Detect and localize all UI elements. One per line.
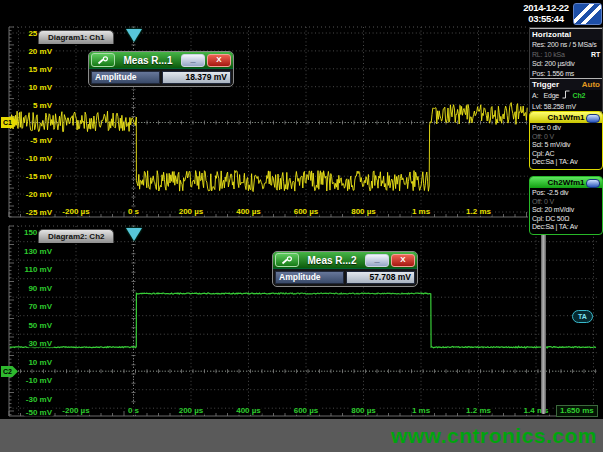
- close-button[interactable]: X: [207, 54, 231, 67]
- waveform-visible-icon[interactable]: [586, 179, 600, 188]
- axis-label: 110 mV: [22, 265, 54, 274]
- axis-label: 1 ms: [410, 207, 432, 216]
- axis-label: 1.2 ms: [464, 207, 493, 216]
- axis-label: -20 mV: [24, 190, 54, 199]
- measurement-parameter: Amplitude: [275, 271, 344, 284]
- settings-sidebar: Horizontal Res: 200 ns / 5 MSa/s RT RL: …: [529, 27, 603, 112]
- ch2-position: Pos: -2.5 div: [532, 189, 600, 198]
- diagram-splitter[interactable]: [541, 228, 546, 414]
- axis-label: -10 mV: [24, 376, 54, 385]
- trigger-position-marker-icon[interactable]: [126, 228, 142, 241]
- measurement-popup-2: Meas R...2 _ X Amplitude 57.708 mV: [272, 251, 418, 287]
- horizontal-resolution: Res: 200 ns / 5 MSa/s: [530, 40, 602, 50]
- wrench-icon[interactable]: [275, 253, 299, 267]
- axis-label: 5 mV: [31, 100, 54, 109]
- axis-label: 10 mV: [26, 357, 54, 366]
- measurement-popup-1: Meas R...1 _ X Amplitude 18.379 mV: [88, 51, 234, 87]
- measurement-parameter: Amplitude: [91, 71, 160, 84]
- axis-label: 130 mV: [22, 246, 54, 255]
- axis-label: 70 mV: [26, 302, 54, 311]
- axis-label: 30 mV: [26, 339, 54, 348]
- ch1-coupling: Cpl: AC: [532, 150, 600, 159]
- horizontal-scale: Scl: 200 µs/div: [530, 59, 602, 69]
- waveform-visible-icon[interactable]: [586, 114, 600, 123]
- axis-label: -200 µs: [60, 207, 91, 216]
- axis-label: 20 mV: [26, 46, 54, 55]
- minimize-button[interactable]: _: [365, 254, 389, 267]
- ch2-decimation: Dec:Sa | TA: Av: [532, 223, 600, 232]
- axis-label: 400 µs: [234, 406, 263, 415]
- axis-label: 800 µs: [349, 207, 378, 216]
- ch1-position: Pos: 0 div: [532, 124, 600, 133]
- measurement-popup-title: Meas R...2: [301, 255, 363, 266]
- axis-label: 0 s: [126, 406, 141, 415]
- horizontal-title: Horizontal: [532, 30, 571, 39]
- axis-label: -10 mV: [24, 154, 54, 163]
- close-button[interactable]: X: [391, 254, 415, 267]
- tab-diagram1[interactable]: Diagram1: Ch1: [38, 30, 114, 44]
- axis-label: 0 s: [126, 207, 141, 216]
- oscilloscope-screen: Diagram1: Ch1 Diagram2: Ch2 C1 C2 TA 1.6…: [0, 0, 603, 452]
- measurement-value: 57.708 mV: [346, 271, 415, 284]
- axis-label: 800 µs: [349, 406, 378, 415]
- ch2-scale: Scl: 20 mV/div: [532, 206, 600, 215]
- datetime-display: 2014-12-22 03:55:44: [521, 2, 571, 24]
- ch2-trace: [10, 293, 596, 348]
- axis-label: 400 µs: [234, 207, 263, 216]
- horizontal-section-header[interactable]: Horizontal: [530, 28, 602, 40]
- axis-label: -15 mV: [24, 172, 54, 181]
- axis-label: 1 ms: [410, 406, 432, 415]
- trigger-mode: Auto: [582, 80, 600, 89]
- horizontal-record-length: RT RL: 10 kSa: [530, 50, 602, 60]
- axis-label: 1.2 ms: [464, 406, 493, 415]
- measurement-popup-titlebar[interactable]: Meas R...1 _ X: [89, 52, 233, 69]
- tab-diagram2[interactable]: Diagram2: Ch2: [38, 229, 114, 243]
- ch2-coupling: Cpl: DC 50Ω: [532, 215, 600, 224]
- axis-label: 1.4 ms: [522, 406, 551, 415]
- acquisition-end-time-label: 1.650 ms: [556, 405, 598, 417]
- ch2-waveform-dialog-header[interactable]: Ch2Wfm1: [530, 177, 602, 188]
- trigger-level-row: Lvl: 58.258 mV: [530, 102, 602, 112]
- axis-label: 200 µs: [177, 406, 206, 415]
- axis-label: 90 mV: [26, 283, 54, 292]
- time-label: 03:55:44: [521, 13, 571, 24]
- measurement-popup-title: Meas R...1: [117, 55, 179, 66]
- axis-label: 200 µs: [177, 207, 206, 216]
- axis-label: -5 mV: [28, 136, 54, 145]
- trigger-position-marker-icon[interactable]: [126, 29, 142, 42]
- ch1-offset: Off: 0 V: [532, 133, 600, 142]
- measurement-popup-titlebar[interactable]: Meas R...2 _ X: [273, 252, 417, 269]
- axis-label: -200 µs: [60, 406, 91, 415]
- date-label: 2014-12-22: [521, 2, 571, 13]
- axis-label: 10 mV: [26, 82, 54, 91]
- rising-edge-icon: [562, 90, 570, 102]
- trigger-source: Ch2: [573, 92, 586, 99]
- ch1-decimation: Dec:Sa | TA: Av: [532, 158, 600, 167]
- bottom-bar: www.cntronics.com: [0, 419, 603, 452]
- ch2-offset: Off: 0 V: [532, 198, 600, 207]
- trigger-title: Trigger: [532, 80, 559, 89]
- axis-label: 50 mV: [26, 320, 54, 329]
- realtime-flag: RT: [591, 50, 600, 60]
- trigger-level-badge[interactable]: TA: [572, 310, 593, 323]
- trigger-source-row: A: Edge Ch2: [530, 90, 602, 102]
- ch1-waveform-dialog-header[interactable]: Ch1Wfm1: [530, 112, 602, 123]
- axis-label: 600 µs: [292, 207, 321, 216]
- minimize-button[interactable]: _: [181, 54, 205, 67]
- ch1-trace: [10, 103, 527, 192]
- ch1-waveform-dialog[interactable]: Ch1Wfm1 Pos: 0 div Off: 0 V Scl: 5 mV/di…: [529, 111, 603, 170]
- watermark-text: www.cntronics.com: [391, 424, 597, 448]
- rohde-schwarz-logo-icon: [573, 3, 602, 25]
- axis-label: 15 mV: [26, 64, 54, 73]
- axis-label: 600 µs: [292, 406, 321, 415]
- trigger-section-header[interactable]: Trigger Auto: [530, 78, 602, 90]
- wrench-icon[interactable]: [91, 53, 115, 67]
- axis-label: -50 mV: [24, 408, 54, 417]
- ch2-waveform-dialog[interactable]: Ch2Wfm1 Pos: -2.5 div Off: 0 V Scl: 20 m…: [529, 176, 603, 235]
- ch1-scale: Scl: 5 mV/div: [532, 141, 600, 150]
- measurement-value: 18.379 mV: [162, 71, 231, 84]
- axis-label: -25 mV: [24, 208, 54, 217]
- axis-label: -30 mV: [24, 394, 54, 403]
- horizontal-position: Pos: 1.556 ms: [530, 69, 602, 79]
